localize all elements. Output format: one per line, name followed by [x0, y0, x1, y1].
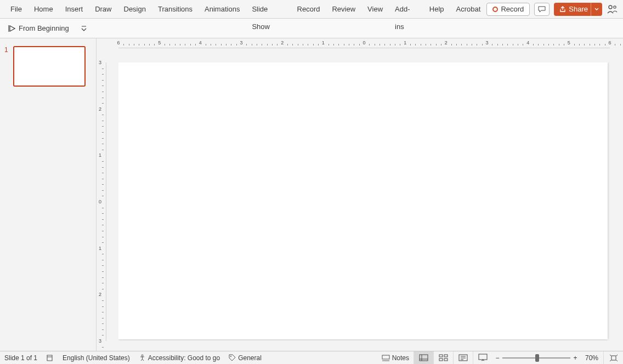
h-ruler-tick: [507, 44, 508, 46]
h-ruler-tick: [564, 44, 564, 46]
v-ruler-tick: [102, 277, 104, 278]
h-ruler-tick: [441, 44, 441, 46]
tab-help[interactable]: Help: [423, 1, 450, 18]
v-ruler-tick: [102, 150, 104, 150]
slide-canvas[interactable]: [118, 62, 608, 339]
workspace: 1 6543210123456 3210123: [0, 38, 623, 351]
h-ruler-tick: [426, 44, 426, 46]
slide-thumbnail[interactable]: [13, 46, 86, 87]
h-ruler-tick: [287, 44, 288, 46]
account-button[interactable]: [607, 4, 618, 15]
comment-icon: [538, 6, 546, 13]
comments-button[interactable]: [534, 3, 550, 16]
h-ruler-tick: [169, 44, 170, 46]
zoom-slider-thumb[interactable]: [535, 354, 539, 362]
h-ruler-tick: [180, 44, 180, 46]
tab-animations[interactable]: Animations: [199, 1, 246, 18]
tab-design[interactable]: Design: [118, 1, 152, 18]
h-ruler-tick: [144, 44, 145, 46]
ribbon-right: Record Share: [486, 3, 623, 16]
h-ruler-tick: [590, 44, 590, 46]
h-ruler-tick: [206, 44, 206, 46]
zoom-slider[interactable]: [502, 351, 570, 364]
slide-canvas-area[interactable]: [118, 62, 610, 341]
tab-slide-show[interactable]: Slide Show: [246, 1, 291, 18]
tag-icon: [229, 354, 236, 361]
v-ruler-tick: [102, 237, 104, 237]
v-ruler-tick: [102, 173, 104, 173]
v-ruler-tick: [102, 190, 104, 191]
zoom-out-button[interactable]: −: [492, 354, 502, 362]
slide-thumbnail-panel: 1: [0, 38, 97, 351]
h-ruler-tick: [349, 44, 349, 46]
tab-acrobat[interactable]: Acrobat: [450, 1, 487, 18]
svg-rect-12: [479, 354, 487, 360]
h-ruler-tick: [584, 44, 585, 46]
v-ruler-tick: [102, 121, 104, 121]
svg-rect-5: [382, 355, 389, 359]
v-ruler-tick: [102, 69, 104, 69]
view-slide-sorter-button[interactable]: [433, 351, 453, 364]
slide-thumbnail-row[interactable]: 1: [0, 44, 96, 89]
fit-window-icon: [609, 354, 618, 362]
h-ruler-tick: [615, 44, 615, 46]
h-ruler-tick: [384, 44, 385, 46]
zoom-in-button[interactable]: +: [570, 354, 580, 362]
svg-point-4: [230, 356, 231, 357]
vertical-ruler[interactable]: 3210123: [97, 62, 106, 341]
v-ruler-tick: [102, 323, 104, 324]
v-ruler-mark: 2: [99, 292, 101, 297]
horizontal-ruler[interactable]: 6543210123456: [118, 38, 610, 48]
v-ruler-tick: [102, 213, 104, 214]
status-right: Notes − + 70%: [377, 351, 623, 364]
tab-draw[interactable]: Draw: [89, 1, 117, 18]
record-button[interactable]: Record: [486, 3, 530, 16]
h-ruler-tick: [149, 44, 150, 46]
chevron-down-icon: [594, 7, 599, 12]
tab-add-ins[interactable]: Add-ins: [389, 1, 423, 18]
v-ruler-tick: [102, 208, 104, 208]
tab-record[interactable]: Record: [291, 1, 326, 18]
h-ruler-tick: [292, 44, 293, 46]
status-language[interactable]: English (United States): [58, 351, 134, 364]
tab-review[interactable]: Review: [326, 1, 361, 18]
fit-to-window-button[interactable]: [603, 351, 623, 364]
share-dropdown[interactable]: [591, 3, 599, 16]
h-ruler-tick: [359, 44, 360, 46]
tab-view[interactable]: View: [361, 1, 389, 18]
svg-point-3: [141, 355, 143, 356]
v-ruler-tick: [102, 283, 104, 283]
h-ruler-tick: [190, 44, 191, 46]
h-ruler-tick: [421, 44, 421, 46]
view-reading-button[interactable]: [453, 351, 473, 364]
status-sensitivity[interactable]: General: [224, 351, 266, 364]
tab-file[interactable]: File: [4, 1, 28, 18]
svg-point-0: [493, 7, 497, 12]
h-ruler-tick: [477, 44, 477, 46]
h-ruler-tick: [195, 44, 196, 46]
view-slideshow-button[interactable]: [473, 351, 492, 364]
v-ruler-mark: 1: [99, 246, 101, 251]
h-ruler-mark: 2: [445, 40, 448, 46]
h-ruler-mark: 0: [363, 40, 365, 46]
from-beginning-button[interactable]: From Beginning: [3, 21, 73, 36]
quick-access-customize[interactable]: [79, 21, 89, 36]
status-bar: Slide 1 of 1 English (United States) Acc…: [0, 351, 623, 364]
view-normal-button[interactable]: [414, 351, 433, 364]
tab-transitions[interactable]: Transitions: [152, 1, 199, 18]
share-button[interactable]: Share: [554, 3, 602, 16]
tab-insert[interactable]: Insert: [59, 1, 89, 18]
notes-toggle[interactable]: Notes: [377, 351, 414, 364]
h-ruler-tick: [267, 44, 268, 46]
h-ruler-tick: [467, 44, 467, 46]
h-ruler-tick: [154, 44, 155, 46]
h-ruler-tick: [395, 44, 395, 46]
h-ruler-tick: [380, 44, 380, 46]
v-ruler-tick: [102, 179, 104, 179]
zoom-percentage[interactable]: 70%: [580, 354, 603, 362]
h-ruler-tick: [129, 44, 129, 46]
v-ruler-tick: [102, 318, 104, 318]
tab-home[interactable]: Home: [28, 1, 59, 18]
status-accessibility[interactable]: Accessibility: Good to go: [134, 351, 224, 364]
status-spellcheck[interactable]: [42, 351, 58, 364]
